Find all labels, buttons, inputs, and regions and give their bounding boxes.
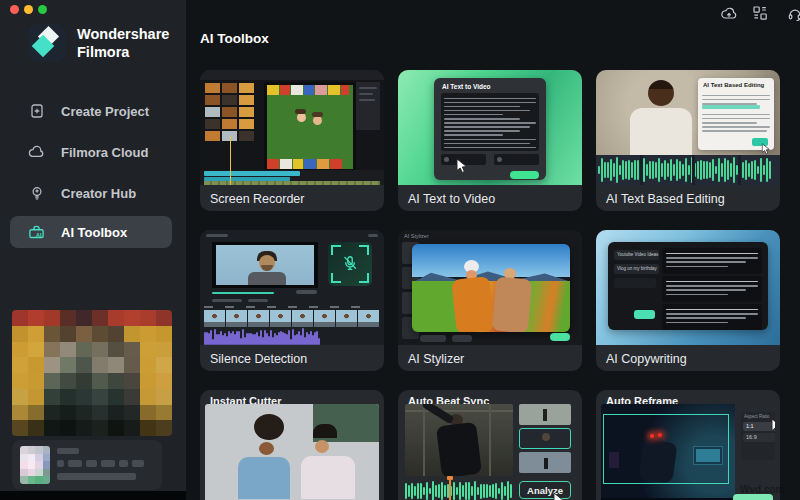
main-clip xyxy=(601,404,735,500)
sidebar-item-ai-toolbox[interactable]: AI AI Toolbox xyxy=(10,216,172,248)
cloud-upload-icon[interactable] xyxy=(720,6,738,21)
card-silence-detection[interactable]: Silence Detection xyxy=(200,230,384,371)
brand-name: Wondershare Filmora xyxy=(77,25,169,61)
account-status-redacted xyxy=(57,473,136,480)
cursor-icon xyxy=(771,418,775,434)
text-based-editing-preview: AI Text Based Editing xyxy=(596,70,780,185)
idea-field-2: Vlog on my birthday xyxy=(614,264,659,274)
card-ai-text-based-editing[interactable]: AI Text Based Editing AI Text Based Edit… xyxy=(596,70,780,211)
svg-text:AI: AI xyxy=(36,232,42,238)
playhead xyxy=(230,136,231,185)
aspect-option-2: 16:9 xyxy=(743,433,775,442)
window-minimize-button[interactable] xyxy=(24,5,33,14)
cursor-icon xyxy=(553,492,565,500)
cloud-icon xyxy=(28,144,45,161)
clip-thumb-2-selected xyxy=(519,428,571,449)
copywriting-dialog: Youtube Video Ideas Vlog on my birthday xyxy=(608,242,768,330)
filmora-window: Wondershare Filmora Create Project Filmo… xyxy=(0,0,800,500)
script-text-area xyxy=(441,93,539,151)
idea-field-3 xyxy=(614,278,656,288)
card-title: AI Text Based Editing xyxy=(606,192,725,206)
ai-copywriting-preview: Youtube Video Ideas Vlog on my birthday xyxy=(596,230,780,345)
generate-button-mock xyxy=(634,310,655,319)
page-title: AI Toolbox xyxy=(200,31,269,46)
card-title: Screen Recorder xyxy=(210,192,305,206)
sidebar: Wondershare Filmora Create Project Filmo… xyxy=(0,0,186,500)
text-to-video-dialog: AI Text to Video xyxy=(434,78,546,180)
sidebar-item-creator-hub[interactable]: Creator Hub xyxy=(10,176,172,210)
sidebar-item-create-project[interactable]: Create Project xyxy=(10,94,172,128)
card-title: AI Text to Video xyxy=(408,192,495,206)
account-panel[interactable] xyxy=(12,440,162,490)
cursor-icon xyxy=(762,143,771,155)
audio-waveform xyxy=(596,155,780,185)
watermark: Wvd.com xyxy=(740,484,784,495)
card-ai-copywriting[interactable]: Youtube Video Ideas Vlog on my birthday … xyxy=(596,230,780,371)
stylized-frame xyxy=(412,244,570,332)
ai-toolbox-icon: AI xyxy=(28,224,45,241)
main-clip xyxy=(405,404,513,476)
video-preview xyxy=(212,242,318,288)
layout-grid-icon[interactable] xyxy=(753,6,767,20)
clip-thumb-3 xyxy=(519,452,571,473)
beat-playhead xyxy=(449,478,451,500)
speaker-head xyxy=(648,80,674,106)
card-instant-cutter[interactable]: Instant Cutter Export xyxy=(200,390,384,500)
timeline xyxy=(200,170,384,185)
card-title: AI Stylizer xyxy=(408,352,464,366)
account-name-redacted xyxy=(57,448,79,454)
ai-stylizer-preview: AI Stylizer xyxy=(398,230,582,345)
card-ai-text-to-video[interactable]: AI Text to Video AI Text to Video xyxy=(398,70,582,211)
cursor-icon xyxy=(456,158,468,174)
avatar xyxy=(20,446,50,484)
create-project-icon xyxy=(28,103,45,120)
idea-field-1: Youtube Video Ideas xyxy=(614,250,659,260)
window-close-button[interactable] xyxy=(10,5,19,14)
clip-thumb-1 xyxy=(519,404,571,425)
playback-progress xyxy=(212,292,274,294)
filmora-logo-icon xyxy=(28,24,66,62)
ai-text-to-video-preview: AI Text to Video xyxy=(398,70,582,185)
recent-project-thumbnail[interactable] xyxy=(12,310,172,436)
card-title: Silence Detection xyxy=(210,352,307,366)
creator-hub-icon xyxy=(28,185,45,202)
beat-waveform xyxy=(405,480,513,500)
clip-filmstrip xyxy=(204,310,380,327)
silence-detection-preview xyxy=(200,230,384,345)
sidebar-item-filmora-cloud[interactable]: Filmora Cloud xyxy=(10,135,172,169)
card-ai-stylizer[interactable]: AI Stylizer AI Stylizer xyxy=(398,230,582,371)
window-zoom-button[interactable] xyxy=(38,5,47,14)
card-title: AI Copywriting xyxy=(606,352,687,366)
auto-beat-sync-preview: Analyze xyxy=(403,404,577,500)
highlighted-text xyxy=(702,105,760,109)
generate-button-mock xyxy=(510,171,539,179)
speaker-body xyxy=(630,108,692,155)
instant-cutter-preview: Export xyxy=(205,404,379,500)
card-auto-beat-sync[interactable]: Auto Beat Sync Analyze xyxy=(398,390,582,500)
silence-icon-tile xyxy=(328,242,372,286)
mic-muted-icon xyxy=(341,254,359,272)
screen-recorder-preview xyxy=(200,70,384,185)
media-bin xyxy=(204,82,260,170)
silence-waveform xyxy=(204,327,380,345)
video-preview xyxy=(264,82,356,172)
transcript-panel: AI Text Based Editing xyxy=(698,78,774,150)
aspect-ratio-panel: Aspect Ratio 1:1 16:9 xyxy=(741,412,775,460)
headset-icon[interactable] xyxy=(787,6,800,22)
brand: Wondershare Filmora xyxy=(28,24,169,62)
card-screen-recorder[interactable]: Screen Recorder xyxy=(200,70,384,211)
